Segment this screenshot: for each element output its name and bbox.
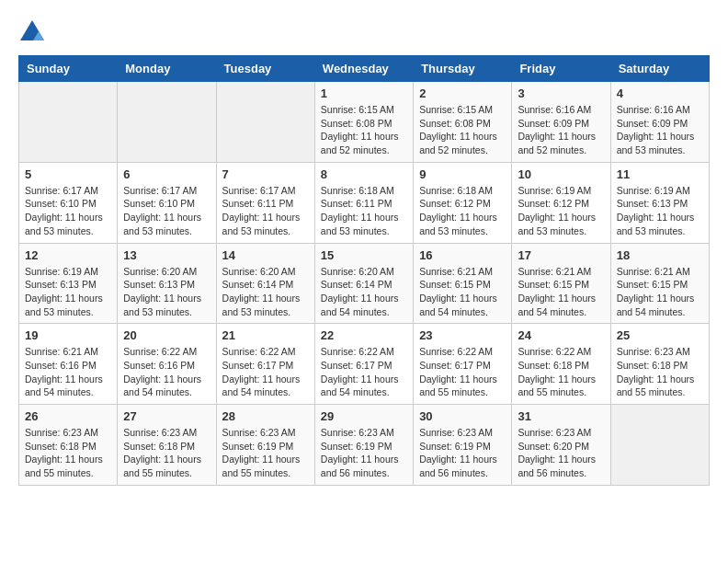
calendar-cell [118,82,216,163]
day-info: Sunrise: 6:23 AM Sunset: 6:20 PM Dayligh… [518,426,604,480]
day-info: Sunrise: 6:23 AM Sunset: 6:19 PM Dayligh… [419,426,506,480]
day-info: Sunrise: 6:22 AM Sunset: 6:17 PM Dayligh… [222,345,309,399]
calendar-cell: 5Sunrise: 6:17 AM Sunset: 6:10 PM Daylig… [19,162,118,243]
day-info: Sunrise: 6:16 AM Sunset: 6:09 PM Dayligh… [518,103,604,157]
day-info: Sunrise: 6:21 AM Sunset: 6:15 PM Dayligh… [617,265,703,319]
day-info: Sunrise: 6:20 AM Sunset: 6:14 PM Dayligh… [222,265,309,319]
day-number: 8 [321,167,407,181]
calendar-cell [19,82,118,163]
day-number: 2 [419,86,506,100]
day-number: 26 [25,409,111,423]
day-info: Sunrise: 6:19 AM Sunset: 6:13 PM Dayligh… [617,184,703,238]
calendar-cell: 18Sunrise: 6:21 AM Sunset: 6:15 PM Dayli… [610,243,709,324]
calendar-cell: 15Sunrise: 6:20 AM Sunset: 6:14 PM Dayli… [314,243,413,324]
calendar-cell: 9Sunrise: 6:18 AM Sunset: 6:12 PM Daylig… [414,162,512,243]
logo [18,18,50,46]
day-info: Sunrise: 6:20 AM Sunset: 6:13 PM Dayligh… [123,265,210,319]
day-number: 19 [25,328,111,342]
calendar-cell: 24Sunrise: 6:22 AM Sunset: 6:18 PM Dayli… [512,324,610,405]
day-number: 11 [617,167,703,181]
day-number: 13 [123,248,210,262]
day-info: Sunrise: 6:21 AM Sunset: 6:15 PM Dayligh… [419,265,506,319]
day-info: Sunrise: 6:17 AM Sunset: 6:10 PM Dayligh… [25,184,111,238]
day-number: 1 [321,86,407,100]
calendar-cell: 21Sunrise: 6:22 AM Sunset: 6:17 PM Dayli… [216,324,314,405]
calendar-cell: 26Sunrise: 6:23 AM Sunset: 6:18 PM Dayli… [19,405,118,486]
calendar-cell: 1Sunrise: 6:15 AM Sunset: 6:08 PM Daylig… [314,82,413,163]
weekday-header-saturday: Saturday [610,56,709,82]
day-number: 28 [222,409,309,423]
day-number: 16 [419,248,506,262]
calendar-cell: 28Sunrise: 6:23 AM Sunset: 6:19 PM Dayli… [216,405,314,486]
day-number: 27 [123,409,210,423]
calendar-cell: 2Sunrise: 6:15 AM Sunset: 6:08 PM Daylig… [414,82,512,163]
calendar-cell: 3Sunrise: 6:16 AM Sunset: 6:09 PM Daylig… [512,82,610,163]
calendar-cell: 7Sunrise: 6:17 AM Sunset: 6:11 PM Daylig… [216,162,314,243]
calendar-cell: 22Sunrise: 6:22 AM Sunset: 6:17 PM Dayli… [314,324,413,405]
week-row-2: 5Sunrise: 6:17 AM Sunset: 6:10 PM Daylig… [19,162,710,243]
weekday-header-thursday: Thursday [414,56,512,82]
day-number: 22 [321,328,407,342]
calendar-cell: 11Sunrise: 6:19 AM Sunset: 6:13 PM Dayli… [610,162,709,243]
day-info: Sunrise: 6:22 AM Sunset: 6:17 PM Dayligh… [321,345,407,399]
logo-icon [18,18,46,46]
calendar-cell: 27Sunrise: 6:23 AM Sunset: 6:18 PM Dayli… [118,405,216,486]
weekday-header-tuesday: Tuesday [216,56,314,82]
calendar-cell: 6Sunrise: 6:17 AM Sunset: 6:10 PM Daylig… [118,162,216,243]
day-info: Sunrise: 6:17 AM Sunset: 6:10 PM Dayligh… [123,184,210,238]
day-number: 6 [123,167,210,181]
day-info: Sunrise: 6:21 AM Sunset: 6:15 PM Dayligh… [518,265,604,319]
day-number: 31 [518,409,604,423]
day-info: Sunrise: 6:15 AM Sunset: 6:08 PM Dayligh… [321,103,407,157]
day-info: Sunrise: 6:15 AM Sunset: 6:08 PM Dayligh… [419,103,506,157]
calendar-cell: 12Sunrise: 6:19 AM Sunset: 6:13 PM Dayli… [19,243,118,324]
day-number: 14 [222,248,309,262]
page-header [18,18,710,46]
calendar-cell: 20Sunrise: 6:22 AM Sunset: 6:16 PM Dayli… [118,324,216,405]
day-number: 30 [419,409,506,423]
calendar-cell: 29Sunrise: 6:23 AM Sunset: 6:19 PM Dayli… [314,405,413,486]
day-number: 12 [25,248,111,262]
day-info: Sunrise: 6:23 AM Sunset: 6:18 PM Dayligh… [25,426,111,480]
calendar-cell: 8Sunrise: 6:18 AM Sunset: 6:11 PM Daylig… [314,162,413,243]
day-info: Sunrise: 6:23 AM Sunset: 6:19 PM Dayligh… [222,426,309,480]
day-info: Sunrise: 6:23 AM Sunset: 6:18 PM Dayligh… [123,426,210,480]
day-number: 4 [617,86,703,100]
day-info: Sunrise: 6:22 AM Sunset: 6:16 PM Dayligh… [123,345,210,399]
day-info: Sunrise: 6:19 AM Sunset: 6:12 PM Dayligh… [518,184,604,238]
day-number: 21 [222,328,309,342]
calendar-table: SundayMondayTuesdayWednesdayThursdayFrid… [18,55,710,486]
day-info: Sunrise: 6:23 AM Sunset: 6:18 PM Dayligh… [617,345,703,399]
calendar-cell: 23Sunrise: 6:22 AM Sunset: 6:17 PM Dayli… [414,324,512,405]
day-number: 5 [25,167,111,181]
day-number: 29 [321,409,407,423]
week-row-5: 26Sunrise: 6:23 AM Sunset: 6:18 PM Dayli… [19,405,710,486]
calendar-cell [610,405,709,486]
day-number: 24 [518,328,604,342]
day-number: 23 [419,328,506,342]
day-info: Sunrise: 6:21 AM Sunset: 6:16 PM Dayligh… [25,345,111,399]
week-row-3: 12Sunrise: 6:19 AM Sunset: 6:13 PM Dayli… [19,243,710,324]
day-number: 9 [419,167,506,181]
day-number: 17 [518,248,604,262]
day-info: Sunrise: 6:17 AM Sunset: 6:11 PM Dayligh… [222,184,309,238]
calendar-cell: 13Sunrise: 6:20 AM Sunset: 6:13 PM Dayli… [118,243,216,324]
calendar-cell: 25Sunrise: 6:23 AM Sunset: 6:18 PM Dayli… [610,324,709,405]
weekday-header-row: SundayMondayTuesdayWednesdayThursdayFrid… [19,56,710,82]
calendar-cell: 31Sunrise: 6:23 AM Sunset: 6:20 PM Dayli… [512,405,610,486]
day-number: 15 [321,248,407,262]
day-info: Sunrise: 6:19 AM Sunset: 6:13 PM Dayligh… [25,265,111,319]
day-number: 18 [617,248,703,262]
weekday-header-friday: Friday [512,56,610,82]
calendar-cell [216,82,314,163]
day-number: 7 [222,167,309,181]
calendar-cell: 10Sunrise: 6:19 AM Sunset: 6:12 PM Dayli… [512,162,610,243]
weekday-header-monday: Monday [118,56,216,82]
weekday-header-sunday: Sunday [19,56,118,82]
day-number: 3 [518,86,604,100]
calendar-cell: 4Sunrise: 6:16 AM Sunset: 6:09 PM Daylig… [610,82,709,163]
day-info: Sunrise: 6:20 AM Sunset: 6:14 PM Dayligh… [321,265,407,319]
weekday-header-wednesday: Wednesday [314,56,413,82]
calendar-cell: 14Sunrise: 6:20 AM Sunset: 6:14 PM Dayli… [216,243,314,324]
day-info: Sunrise: 6:23 AM Sunset: 6:19 PM Dayligh… [321,426,407,480]
